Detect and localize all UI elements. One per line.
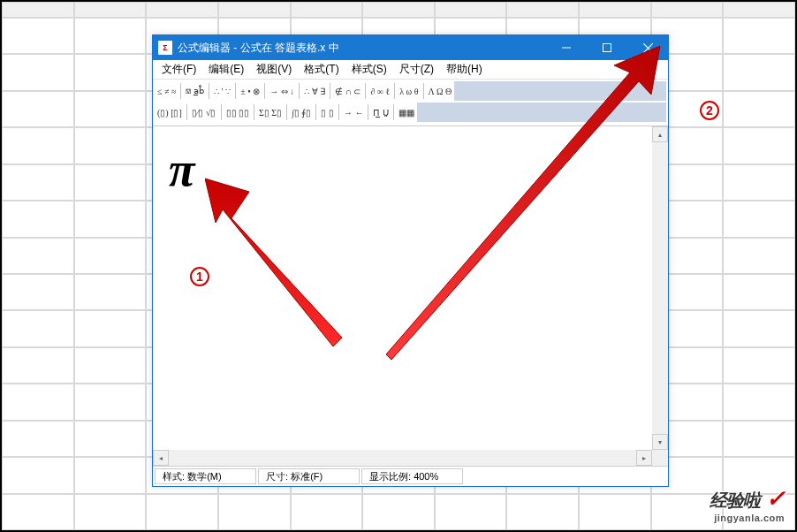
palette-under-over-bar[interactable]: ▯ ▯ — [318, 103, 337, 121]
watermark-text: 经验啦 — [710, 490, 760, 510]
palette-relations[interactable]: ≤ ≠ ≈ — [155, 82, 178, 100]
palette-sub-sup[interactable]: ▯▯ ▯▯ — [224, 103, 253, 121]
palette-spaces[interactable]: ∴ ′ ∵ — [211, 82, 233, 100]
annotation-marker-1: 1 — [190, 267, 209, 286]
horizontal-scrollbar[interactable]: ◂ ▸ — [153, 450, 652, 466]
status-zoom-value: 400% — [414, 471, 438, 482]
menu-help[interactable]: 帮助(H) — [441, 60, 488, 79]
palette-embellishments[interactable]: ⟏ a̲b̊ — [183, 82, 207, 100]
palette-fractions-radicals[interactable]: ▯⁄▯ √▯ — [189, 103, 219, 121]
scroll-up-button[interactable]: ▴ — [652, 126, 668, 142]
palette-logical[interactable]: ∴ ∀ ∃ — [301, 82, 328, 100]
svg-rect-1 — [603, 44, 611, 52]
palette-labeled-arrows[interactable]: → ← — [341, 103, 367, 121]
palette-summation[interactable]: Σ▯ Σ▯ — [256, 103, 285, 121]
watermark-check-icon: ✓ — [766, 485, 785, 512]
title-bar[interactable]: Σ 公式编辑器 - 公式在 答题表格.x 中 — [153, 35, 668, 60]
status-size: 尺寸: 标准(F) — [258, 468, 360, 484]
close-button[interactable] — [627, 35, 668, 60]
scroll-right-button[interactable]: ▸ — [636, 450, 652, 466]
window-title: 公式编辑器 - 公式在 答题表格.x 中 — [178, 41, 546, 56]
scroll-track-v[interactable] — [652, 142, 668, 434]
menu-format[interactable]: 格式(T) — [299, 60, 344, 79]
equation-editor-window: Σ 公式编辑器 - 公式在 答题表格.x 中 文件(F) 编辑(E) 视图(V)… — [152, 34, 669, 487]
equation-canvas[interactable]: π — [153, 126, 652, 450]
status-zoom: 显示比例: 400% — [361, 468, 463, 484]
scroll-left-button[interactable]: ◂ — [153, 450, 169, 466]
menu-size[interactable]: 尺寸(Z) — [394, 60, 439, 79]
status-style-value: 数学(M) — [187, 471, 222, 482]
toolbar-row-1: ≤ ≠ ≈ ⟏ a̲b̊ ∴ ′ ∵ ± • ⊗ → ⇔ ↓ ∴ ∀ ∃ ∉ ∩… — [155, 81, 666, 101]
palette-operators[interactable]: ± • ⊗ — [238, 82, 262, 100]
status-bar: 样式: 数学(M) 尺寸: 标准(F) 显示比例: 400% — [153, 467, 668, 486]
menu-edit[interactable]: 编辑(E) — [203, 60, 249, 79]
status-size-value: 标准(F) — [291, 471, 323, 482]
menu-file[interactable]: 文件(F) — [156, 60, 201, 79]
watermark-url: jingyanla.com — [710, 513, 785, 523]
status-size-label: 尺寸: — [266, 471, 288, 482]
scroll-corner — [652, 450, 668, 466]
vertical-scrollbar[interactable]: ▴ ▾ — [652, 126, 668, 450]
app-icon: Σ — [158, 41, 172, 55]
menu-view[interactable]: 视图(V) — [251, 60, 297, 79]
palette-set-theory[interactable]: ∉ ∩ ⊂ — [332, 82, 363, 100]
scroll-down-button[interactable]: ▾ — [652, 434, 668, 450]
palette-matrices[interactable]: ▦▦ — [396, 103, 417, 121]
editor-area[interactable]: π ▴ ▾ ◂ ▸ — [153, 126, 668, 467]
maximize-button[interactable] — [587, 35, 627, 60]
status-zoom-label: 显示比例: — [369, 471, 411, 482]
palette-products[interactable]: Π̲ Ṳ — [370, 103, 391, 121]
palette-misc-symbols[interactable]: ∂ ∞ ℓ — [368, 82, 392, 100]
annotation-marker-2: 2 — [700, 101, 719, 120]
toolbar-area: ≤ ≠ ≈ ⟏ a̲b̊ ∴ ′ ∵ ± • ⊗ → ⇔ ↓ ∴ ∀ ∃ ∉ ∩… — [153, 80, 668, 126]
palette-greek-lower[interactable]: λ ω θ — [397, 82, 421, 100]
palette-fences[interactable]: (▯) [▯] — [155, 103, 185, 121]
palette-greek-upper[interactable]: Λ Ω Θ — [426, 82, 455, 100]
watermark: 经验啦 ✓ jingyanla.com — [710, 485, 785, 523]
status-style: 样式: 数学(M) — [155, 468, 256, 484]
scroll-track-h[interactable] — [169, 450, 636, 466]
menu-bar: 文件(F) 编辑(E) 视图(V) 格式(T) 样式(S) 尺寸(Z) 帮助(H… — [153, 60, 668, 80]
palette-integrals[interactable]: ∫▯ ∮▯ — [289, 103, 314, 121]
status-style-label: 样式: — [163, 471, 185, 482]
palette-arrows[interactable]: → ⇔ ↓ — [267, 82, 297, 100]
pi-symbol: π — [169, 142, 194, 197]
menu-style[interactable]: 样式(S) — [346, 60, 392, 79]
minimize-button[interactable] — [546, 35, 587, 60]
toolbar-row-2: (▯) [▯] ▯⁄▯ √▯ ▯▯ ▯▯ Σ▯ Σ▯ ∫▯ ∮▯ ▯ ▯ → ←… — [155, 103, 666, 122]
